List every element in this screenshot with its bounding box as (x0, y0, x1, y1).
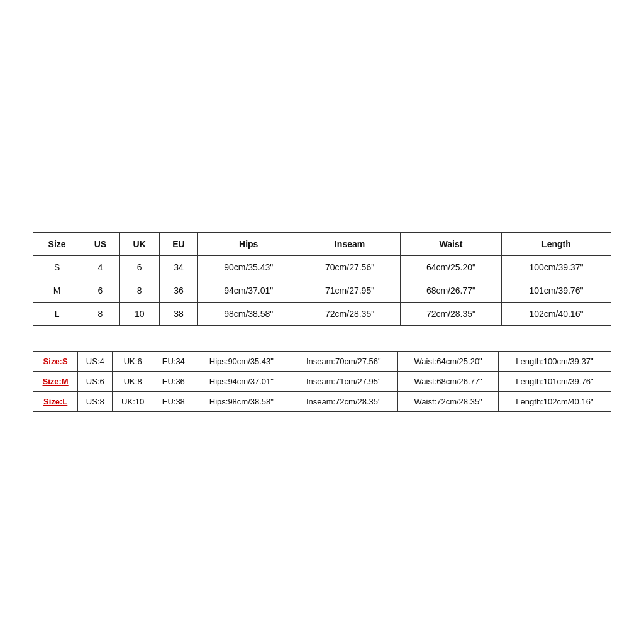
table2-cell-r0-c7: Length:100cm/39.37" (498, 352, 611, 372)
table1-cell-r2-c6: 72cm/28.35" (401, 303, 502, 326)
col-header-size: Size (33, 233, 81, 256)
table1-cell-r2-c3: 38 (159, 303, 198, 326)
table2-cell-r0-c0: Size:S (33, 352, 78, 372)
table1-cell-r1-c2: 8 (119, 279, 159, 303)
table1-cell-r2-c4: 98cm/38.58" (198, 303, 299, 326)
table1-cell-r1-c0: M (33, 279, 81, 303)
col-header-length: Length (501, 233, 611, 256)
table2-cell-r2-c5: Inseam:72cm/28.35" (289, 392, 398, 412)
size-label-red: Size:S (43, 357, 68, 366)
table1-cell-r0-c6: 64cm/25.20" (401, 256, 502, 279)
table1-cell-r1-c7: 101cm/39.76" (501, 279, 611, 303)
table2-cell-r1-c1: US:6 (78, 372, 113, 392)
table1-row: L8103898cm/38.58"72cm/28.35"72cm/28.35"1… (33, 303, 611, 326)
table2-cell-r2-c0: Size:L (33, 392, 78, 412)
table1-cell-r0-c5: 70cm/27.56" (299, 256, 401, 279)
size-label-red: Size:M (43, 377, 69, 386)
table1-row: M683694cm/37.01"71cm/27.95"68cm/26.77"10… (33, 279, 611, 303)
table1-cell-r0-c7: 100cm/39.37" (501, 256, 611, 279)
table1-cell-r1-c4: 94cm/37.01" (198, 279, 299, 303)
table2-cell-r0-c1: US:4 (78, 352, 113, 372)
table1-cell-r0-c4: 90cm/35.43" (198, 256, 299, 279)
table2-cell-r1-c5: Inseam:71cm/27.95" (289, 372, 398, 392)
col-header-inseam: Inseam (299, 233, 401, 256)
table1-cell-r1-c3: 36 (159, 279, 198, 303)
table2-cell-r1-c0: Size:M (33, 372, 78, 392)
col-header-us: US (81, 233, 120, 256)
table1-cell-r0-c0: S (33, 256, 81, 279)
table2-cell-r0-c4: Hips:90cm/35.43" (194, 352, 289, 372)
table1-cell-r2-c7: 102cm/40.16" (501, 303, 611, 326)
table1-cell-r2-c2: 10 (119, 303, 159, 326)
table2-cell-r0-c3: EU:34 (153, 352, 194, 372)
table1-cell-r0-c2: 6 (119, 256, 159, 279)
size-label-red: Size:L (43, 397, 67, 406)
table2-cell-r2-c3: EU:38 (153, 392, 194, 412)
col-header-uk: UK (119, 233, 159, 256)
col-header-hips: Hips (198, 233, 299, 256)
size-chart-table-1: Size US UK EU Hips Inseam Waist Length S… (33, 232, 611, 326)
table1-cell-r0-c3: 34 (159, 256, 198, 279)
table1-cell-r1-c6: 68cm/26.77" (401, 279, 502, 303)
table2-cell-r1-c4: Hips:94cm/37.01" (194, 372, 289, 392)
size-chart-table-2: Size:SUS:4UK:6EU:34Hips:90cm/35.43"Insea… (33, 351, 611, 412)
table2-cell-r1-c2: UK:8 (113, 372, 153, 392)
table2-cell-r2-c4: Hips:98cm/38.58" (194, 392, 289, 412)
tables-wrapper: Size US UK EU Hips Inseam Waist Length S… (33, 232, 611, 412)
table1-row: S463490cm/35.43"70cm/27.56"64cm/25.20"10… (33, 256, 611, 279)
table2-cell-r1-c7: Length:101cm/39.76" (498, 372, 611, 392)
table2-row: Size:MUS:6UK:8EU:36Hips:94cm/37.01"Insea… (33, 372, 611, 392)
table2-row: Size:SUS:4UK:6EU:34Hips:90cm/35.43"Insea… (33, 352, 611, 372)
table1-cell-r1-c1: 6 (81, 279, 120, 303)
table2-cell-r1-c3: EU:36 (153, 372, 194, 392)
table2-row: Size:LUS:8UK:10EU:38Hips:98cm/38.58"Inse… (33, 392, 611, 412)
table1-cell-r2-c5: 72cm/28.35" (299, 303, 401, 326)
table1-cell-r0-c1: 4 (81, 256, 120, 279)
table1-header-row: Size US UK EU Hips Inseam Waist Length (33, 233, 611, 256)
table2-cell-r2-c6: Waist:72cm/28.35" (398, 392, 498, 412)
col-header-waist: Waist (401, 233, 502, 256)
col-header-eu: EU (159, 233, 198, 256)
table2-cell-r0-c6: Waist:64cm/25.20" (398, 352, 498, 372)
table1-cell-r1-c5: 71cm/27.95" (299, 279, 401, 303)
table2-cell-r1-c6: Waist:68cm/26.77" (398, 372, 498, 392)
table1-cell-r2-c1: 8 (81, 303, 120, 326)
table2-cell-r2-c1: US:8 (78, 392, 113, 412)
table2-cell-r0-c5: Inseam:70cm/27.56" (289, 352, 398, 372)
table2-cell-r2-c2: UK:10 (113, 392, 153, 412)
table2-cell-r0-c2: UK:6 (113, 352, 153, 372)
table1-cell-r2-c0: L (33, 303, 81, 326)
table2-cell-r2-c7: Length:102cm/40.16" (498, 392, 611, 412)
